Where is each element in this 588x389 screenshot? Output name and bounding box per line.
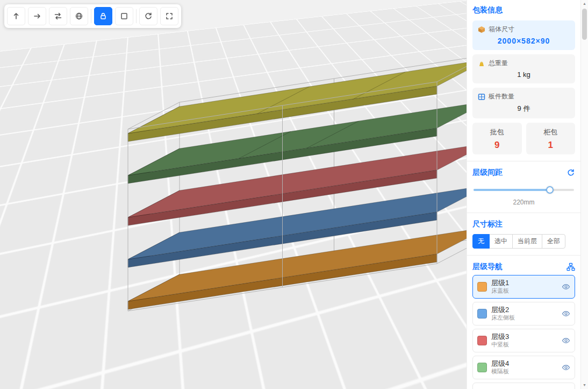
toolbar-divider — [91, 9, 91, 23]
box-size-label: 箱体尺寸 — [489, 25, 514, 34]
layer-color-swatch — [477, 336, 487, 345]
spacing-value: 220mm — [472, 199, 575, 206]
panel-count-card: 板件数量 9 件 — [472, 88, 575, 118]
viewport-toolbar — [4, 4, 181, 28]
layer-name: 层级2 — [491, 306, 515, 314]
layer-color-swatch — [477, 363, 487, 372]
swap-horizontal-icon — [54, 12, 62, 20]
dimension-option-none[interactable]: 无 — [472, 234, 490, 249]
panel-count-value: 9 件 — [478, 104, 570, 114]
slider-fill — [474, 189, 550, 191]
weight-card: 总重量 1 kg — [472, 54, 575, 83]
scroll-down-arrow[interactable]: ▼ — [581, 381, 588, 389]
dimension-option-selected[interactable]: 选中 — [489, 234, 513, 249]
hierarchy-icon[interactable] — [567, 263, 575, 271]
rotate-icon — [144, 12, 153, 20]
packaging-info-panel: 包装信息 箱体尺寸 2000×582×90 总重量 1 kg 板件数量 9 件 … — [467, 0, 580, 389]
rotate-button[interactable] — [139, 7, 157, 25]
dimension-segmented-control: 无 选中 当前层 全部 — [472, 234, 575, 249]
arrow-right-button[interactable] — [28, 7, 46, 25]
weight-value: 1 kg — [478, 70, 570, 79]
batch-cabinet-row: 批包 9 柜包 1 — [472, 123, 575, 154]
reset-spacing-icon[interactable] — [567, 168, 575, 177]
layer-item-4[interactable]: 层级4 横隔板 — [472, 356, 575, 379]
layer-item-1[interactable]: 层级1 床盖板 — [472, 275, 575, 299]
layer-desc: 横隔板 — [491, 368, 509, 376]
fullscreen-icon — [165, 12, 174, 20]
fullscreen-button[interactable] — [160, 7, 178, 25]
dimension-title: 尺寸标注 — [472, 220, 575, 229]
divider — [467, 255, 580, 256]
scale-icon — [478, 60, 485, 67]
panel-count-label: 板件数量 — [489, 92, 514, 101]
arrow-up-button[interactable] — [7, 7, 25, 25]
layer-color-swatch — [477, 282, 487, 292]
spacing-slider[interactable] — [474, 186, 574, 194]
dimension-option-current-layer[interactable]: 当前层 — [512, 234, 542, 249]
3d-viewport[interactable] — [0, 0, 467, 389]
cabinet-card: 柜包 1 — [526, 123, 576, 154]
package-icon — [478, 26, 485, 33]
arrow-right-icon — [33, 12, 41, 20]
layer-name: 层级4 — [491, 359, 509, 368]
batch-label: 批包 — [472, 128, 522, 137]
spacing-title: 层级间距 — [472, 168, 503, 178]
cabinet-label: 柜包 — [526, 128, 576, 137]
layers-nav-title: 层级导航 — [472, 262, 503, 272]
batch-card: 批包 9 — [472, 123, 522, 154]
scroll-up-arrow[interactable]: ▲ — [581, 0, 588, 8]
box-size-card: 箱体尺寸 2000×582×90 — [472, 20, 575, 50]
globe-icon — [75, 12, 83, 20]
dimension-option-all[interactable]: 全部 — [542, 234, 565, 249]
swap-horizontal-button[interactable] — [49, 7, 67, 25]
layer-item-5[interactable]: 层级5 — [472, 383, 575, 389]
eye-icon[interactable] — [562, 282, 570, 291]
board-count-icon — [478, 93, 485, 101]
eye-icon[interactable] — [562, 363, 570, 372]
arrow-up-icon — [12, 12, 20, 20]
cabinet-value: 1 — [526, 140, 576, 151]
scrollbar-thumb[interactable] — [582, 9, 587, 40]
divider — [467, 161, 580, 161]
layer-desc: 床左侧板 — [491, 314, 515, 322]
weight-label: 总重量 — [489, 59, 508, 68]
layer-desc: 床盖板 — [491, 287, 509, 295]
3d-model[interactable] — [0, 0, 467, 389]
eye-icon[interactable] — [562, 309, 570, 318]
eye-icon[interactable] — [562, 336, 570, 345]
lock-button[interactable] — [94, 7, 112, 25]
lock-icon — [99, 12, 107, 20]
layer-name: 层级3 — [491, 333, 509, 341]
layer-desc: 中竖板 — [491, 341, 509, 349]
layer-item-2[interactable]: 层级2 床左侧板 — [472, 302, 575, 326]
layer-color-swatch — [477, 309, 487, 319]
panel-title: 包装信息 — [472, 5, 575, 15]
square-button[interactable] — [115, 7, 133, 25]
layer-name: 层级1 — [491, 279, 509, 287]
square-icon — [120, 12, 128, 20]
layer-item-3[interactable]: 层级3 中竖板 — [472, 329, 575, 352]
page-scrollbar[interactable]: ▲ ▼ — [580, 0, 588, 389]
slider-thumb[interactable] — [546, 186, 554, 194]
divider — [467, 213, 580, 213]
box-size-value: 2000×582×90 — [478, 37, 570, 45]
batch-value: 9 — [472, 140, 522, 151]
globe-button[interactable] — [70, 7, 88, 25]
toolbar-divider — [136, 9, 137, 23]
